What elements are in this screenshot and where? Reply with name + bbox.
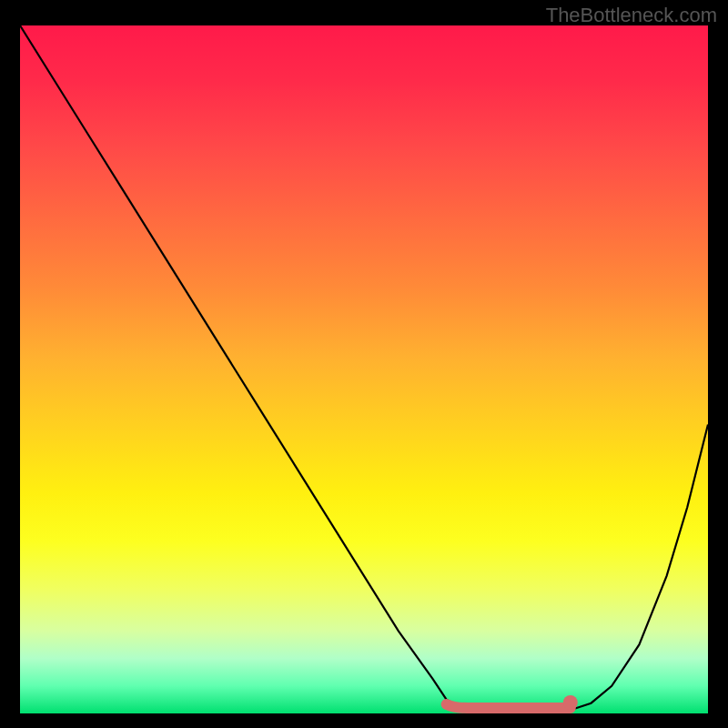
- watermark-text: TheBottleneck.com: [546, 4, 717, 27]
- optimal-range-marker: [447, 704, 571, 708]
- curve-svg: [20, 25, 708, 713]
- optimal-point-marker: [563, 695, 578, 710]
- bottleneck-curve: [20, 25, 708, 713]
- plot-area: [20, 25, 708, 713]
